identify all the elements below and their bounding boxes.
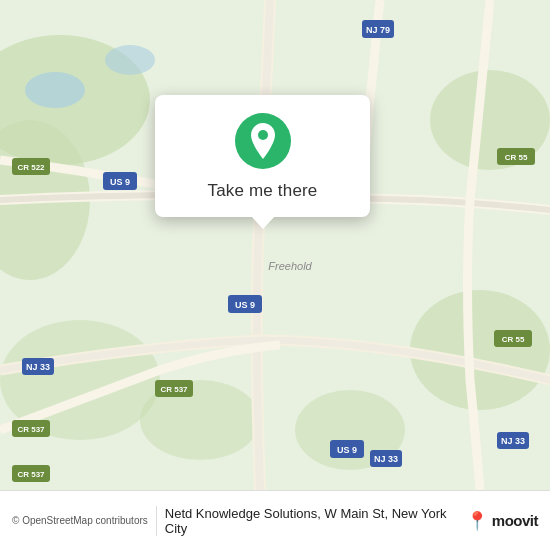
svg-point-8 [25,72,85,108]
svg-point-4 [410,290,550,410]
map-container: US 9 US 9 US 9 NJ 79 CR 522 CR 522 CR 55… [0,0,550,490]
svg-point-39 [258,130,268,140]
svg-text:CR 522: CR 522 [17,163,45,172]
svg-text:CR 537: CR 537 [17,425,45,434]
popup-card: Take me there [155,95,370,217]
svg-text:NJ 33: NJ 33 [501,436,525,446]
moovit-logo: 📍 moovit [466,510,538,532]
location-text: Netd Knowledge Solutions, W Main St, New… [165,506,458,536]
svg-text:CR 55: CR 55 [505,153,528,162]
svg-text:CR 55: CR 55 [502,335,525,344]
bottom-bar: © OpenStreetMap contributors Netd Knowle… [0,490,550,550]
svg-text:US 9: US 9 [110,177,130,187]
svg-text:CR 537: CR 537 [17,470,45,479]
svg-point-9 [105,45,155,75]
copyright-text: © OpenStreetMap contributors [12,515,148,526]
svg-text:NJ 33: NJ 33 [26,362,50,372]
svg-text:Freehold: Freehold [268,260,312,272]
svg-text:US 9: US 9 [235,300,255,310]
svg-text:CR 537: CR 537 [160,385,188,394]
divider [156,506,157,536]
location-pin-icon [247,123,279,159]
take-me-there-button[interactable]: Take me there [208,179,318,203]
map-background: US 9 US 9 US 9 NJ 79 CR 522 CR 522 CR 55… [0,0,550,490]
svg-text:NJ 79: NJ 79 [366,25,390,35]
svg-text:US 9: US 9 [337,445,357,455]
moovit-pin-icon: 📍 [466,510,488,532]
svg-text:NJ 33: NJ 33 [374,454,398,464]
location-icon-background [235,113,291,169]
moovit-brand-text: moovit [492,512,538,529]
